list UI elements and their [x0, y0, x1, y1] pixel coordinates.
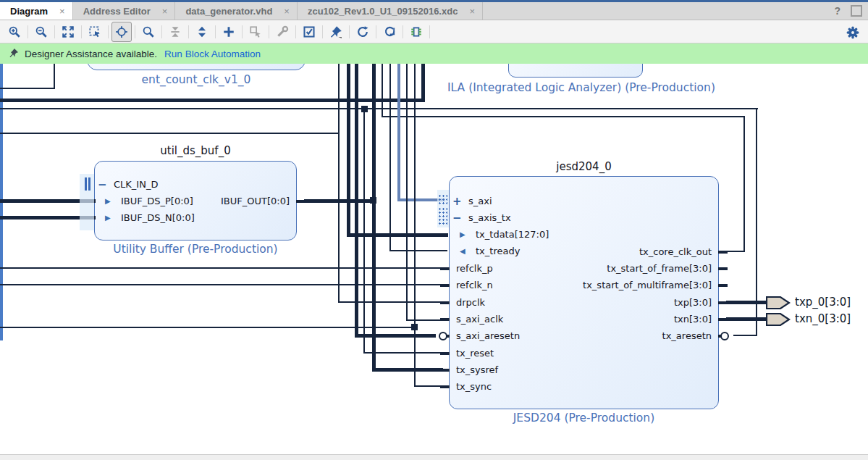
external-port-arrow-txp-0-3-0-[interactable]: [766, 296, 791, 313]
wire[interactable]: [0, 88, 55, 89]
run-block-automation-link[interactable]: Run Block Automation: [164, 49, 261, 59]
wire[interactable]: [726, 317, 767, 321]
port-name: IBUF_OUT[0:0]: [221, 196, 290, 206]
port-tx-start-of-multiframe-3-0-[interactable]: tx_start_of_multiframe[3:0]: [443, 277, 718, 293]
wire[interactable]: [54, 64, 55, 89]
tab-label: data_generator.vhd: [185, 6, 272, 17]
port-name: tx_tdata[127:0]: [476, 227, 549, 243]
collapse-interface-icon[interactable]: −: [98, 177, 107, 193]
port-s-axi[interactable]: s_axi+: [450, 193, 718, 209]
zoom-out-icon[interactable]: [31, 22, 51, 42]
interface-wire[interactable]: [397, 64, 400, 201]
validate-design-icon[interactable]: [299, 22, 319, 42]
tab-close-icon[interactable]: ×: [469, 6, 475, 17]
wire[interactable]: [726, 301, 767, 304]
zoom-to-selection-icon[interactable]: [85, 22, 105, 42]
center-view-icon[interactable]: [111, 22, 132, 42]
wire[interactable]: [355, 334, 436, 338]
block-design-canvas[interactable]: ent_count_clk_v1_0 ILA (Integrated Logic…: [0, 64, 868, 454]
external-port-arrow-txn-0-3-0-[interactable]: [766, 312, 791, 330]
port-name: tx_reset: [456, 346, 494, 361]
add-ip-icon[interactable]: [219, 22, 239, 42]
refresh-icon[interactable]: [353, 22, 373, 42]
float-window-icon[interactable]: [851, 5, 862, 17]
tab-data-generator-vhd[interactable]: data_generator.vhd×: [175, 2, 298, 20]
port-s-axis-tx[interactable]: s_axis_tx−: [450, 210, 718, 226]
block-ent-count-clk[interactable]: [87, 64, 306, 70]
port-tx-reset[interactable]: tx_reset: [450, 346, 718, 361]
wire[interactable]: [733, 335, 757, 336]
wire[interactable]: [389, 64, 391, 251]
block-jesd204[interactable]: s_axi+s_axis_tx−tx_tdata[127:0]▶tx_tread…: [449, 176, 719, 409]
wire[interactable]: [406, 64, 408, 321]
help-icon[interactable]: ?: [834, 5, 840, 17]
wire[interactable]: [372, 64, 376, 371]
tab-close-icon[interactable]: ×: [59, 6, 65, 17]
wire[interactable]: [0, 327, 416, 328]
zoom-fit-icon[interactable]: [58, 22, 78, 42]
interface-ports-icon[interactable]: [406, 22, 426, 42]
wire[interactable]: [0, 267, 448, 269]
port-stub: [718, 267, 728, 270]
wire[interactable]: [347, 233, 448, 237]
tab-address-editor[interactable]: Address Editor×: [73, 2, 176, 20]
tab-diagram[interactable]: Diagram×: [0, 2, 73, 20]
document-tab-bar: Diagram×Address Editor×data_generator.vh…: [0, 2, 868, 20]
wire[interactable]: [421, 64, 425, 100]
wire[interactable]: [0, 133, 340, 134]
vivado-window: Diagram×Address Editor×data_generator.vh…: [0, 0, 868, 460]
designer-assistance-banner: Designer Assistance available. Run Block…: [0, 43, 868, 64]
port-ibuf-ds-n-0-0-[interactable]: IBUF_DS_N[0:0]▶: [95, 210, 296, 226]
zoom-in-icon[interactable]: [4, 22, 25, 42]
wire[interactable]: [363, 109, 365, 354]
wire[interactable]: [743, 116, 745, 252]
search-icon[interactable]: [138, 22, 159, 42]
input-pin-icon: ▶: [460, 227, 465, 243]
regenerate-layout-icon[interactable]: [379, 22, 400, 42]
expand-hierarchy-icon[interactable]: [192, 22, 212, 42]
tab-zcu102-rev1-0-u1-09152016-xdc[interactable]: zcu102_Rev1.0_U1_09152016.xdc×: [298, 2, 483, 20]
port-tx-sync[interactable]: tx_sync: [450, 379, 718, 395]
external-port-label: txn_0[3:0]: [795, 312, 851, 325]
pin-icon[interactable]: [326, 22, 346, 42]
wire[interactable]: [414, 64, 416, 387]
tab-close-icon[interactable]: ×: [162, 6, 168, 17]
block-ila[interactable]: [508, 64, 643, 78]
port-clk-in-d[interactable]: CLK_IN_D−: [95, 177, 296, 193]
wire[interactable]: [304, 199, 374, 203]
port-name: s_axis_tx: [468, 210, 511, 226]
wire[interactable]: [414, 385, 443, 387]
wire[interactable]: [0, 284, 448, 285]
wire[interactable]: [0, 108, 758, 109]
wire[interactable]: [722, 251, 745, 252]
tab-label: Diagram: [10, 6, 48, 17]
wire[interactable]: [372, 368, 443, 372]
active-low-circle: [720, 332, 729, 340]
port-stub: [718, 284, 728, 287]
settings-gear-icon[interactable]: [843, 22, 863, 43]
pin-highlight-strip: [80, 174, 94, 230]
wire[interactable]: [389, 250, 447, 251]
wire[interactable]: [347, 64, 350, 236]
block-label-util-ds-buf: Utility Buffer (Pre-Production): [76, 243, 315, 256]
banner-message: Designer Assistance available.: [25, 49, 157, 59]
port-txn-3-0-[interactable]: txn[3:0]: [443, 311, 718, 327]
wire[interactable]: [382, 116, 745, 117]
tab-close-icon[interactable]: ×: [284, 6, 290, 17]
expand-interface-icon[interactable]: +: [452, 193, 462, 209]
port-tx-core-clk-out[interactable]: tx_core_clk_out: [443, 244, 718, 260]
port-tx-aresetn[interactable]: tx_aresetn: [443, 328, 718, 344]
wire[interactable]: [406, 319, 447, 321]
port-name: tx_sysref: [456, 362, 498, 378]
block-util-ds-buf[interactable]: CLK_IN_D−IBUF_DS_P[0:0]▶IBUF_DS_N[0:0]▶I…: [94, 161, 297, 241]
port-tx-sysref[interactable]: tx_sysref: [450, 362, 718, 378]
wire[interactable]: [0, 99, 425, 102]
tab-label: Address Editor: [83, 6, 151, 17]
port-tx-tdata-127-0-[interactable]: tx_tdata[127:0]▶: [450, 227, 718, 243]
wire[interactable]: [382, 64, 383, 117]
port-tx-start-of-frame-3-0-[interactable]: tx_start_of_frame[3:0]: [443, 261, 718, 277]
port-txp-3-0-[interactable]: txp[3:0]: [443, 295, 718, 311]
port-ibuf-out-0-0-[interactable]: IBUF_OUT[0:0]: [88, 193, 296, 209]
collapse-interface-icon[interactable]: −: [452, 210, 462, 226]
interface-bar-marker: [88, 177, 90, 191]
